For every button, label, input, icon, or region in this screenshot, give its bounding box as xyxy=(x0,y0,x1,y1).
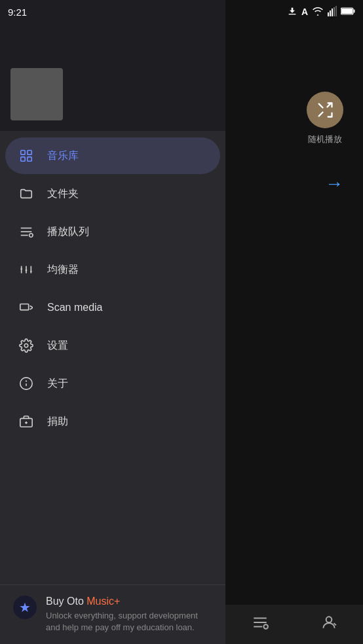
svg-point-13 xyxy=(29,234,33,238)
folder-icon xyxy=(18,186,34,202)
svg-rect-23 xyxy=(20,304,29,310)
about-label: 关于 xyxy=(47,377,68,391)
donate-label: 捐助 xyxy=(47,415,68,429)
settings-icon xyxy=(18,338,34,353)
promo-title: Buy Oto Music+ xyxy=(46,596,212,607)
main-panel: 随机播放 → xyxy=(225,0,363,644)
nav-item-equalizer[interactable]: 均衡器 xyxy=(5,251,220,288)
library-label: 音乐库 xyxy=(47,149,79,163)
svg-line-25 xyxy=(30,308,33,310)
queue-nav-icon[interactable] xyxy=(252,614,269,635)
promo-text: Buy Oto Music+ Unlock everything, suppor… xyxy=(46,596,212,634)
promo-description: Unlock everything, support development a… xyxy=(46,610,212,634)
library-icon xyxy=(18,148,34,164)
arrow-right[interactable]: → xyxy=(325,173,343,194)
svg-rect-42 xyxy=(341,9,353,14)
nav-item-scan[interactable]: Scan media xyxy=(5,289,220,326)
svg-rect-9 xyxy=(28,157,31,161)
profile-nav-icon[interactable] xyxy=(320,614,337,635)
status-icons: A xyxy=(287,6,355,18)
svg-point-27 xyxy=(24,344,28,348)
scan-label: Scan media xyxy=(47,302,103,313)
album-art xyxy=(10,68,63,120)
svg-rect-37 xyxy=(332,9,333,16)
svg-rect-41 xyxy=(354,9,355,12)
svg-point-22 xyxy=(30,270,32,272)
queue-label: 播放队列 xyxy=(47,225,89,239)
shuffle-label: 随机播放 xyxy=(308,134,342,145)
svg-point-21 xyxy=(26,270,28,272)
settings-label: 设置 xyxy=(47,339,68,353)
promo-title-prefix: Buy Oto xyxy=(46,596,86,607)
battery-icon xyxy=(341,7,355,17)
svg-rect-36 xyxy=(330,10,331,16)
nav-item-settings[interactable]: 设置 xyxy=(5,327,220,364)
folders-label: 文件夹 xyxy=(47,187,79,201)
status-bar: 9:21 A xyxy=(0,0,363,24)
nav-item-about[interactable]: 关于 xyxy=(5,365,220,402)
navigation-drawer: 音乐库 文件夹 播放队列 xyxy=(0,0,225,644)
svg-rect-35 xyxy=(328,12,329,16)
svg-rect-8 xyxy=(21,157,25,161)
svg-rect-34 xyxy=(289,14,296,14)
queue-icon xyxy=(18,224,34,240)
a-status-icon: A xyxy=(301,7,308,17)
svg-line-24 xyxy=(30,306,33,307)
shuffle-button[interactable] xyxy=(307,92,343,128)
svg-rect-7 xyxy=(28,151,31,154)
svg-point-4 xyxy=(326,617,332,622)
shuffle-area: 随机播放 xyxy=(307,92,343,145)
svg-rect-38 xyxy=(334,7,335,16)
promo-section[interactable]: ★ Buy Oto Music+ Unlock everything, supp… xyxy=(0,584,225,644)
equalizer-label: 均衡器 xyxy=(47,263,79,277)
svg-rect-39 xyxy=(335,6,337,16)
nav-item-library[interactable]: 音乐库 xyxy=(5,137,220,174)
promo-star-icon: ★ xyxy=(13,596,37,619)
nav-item-queue[interactable]: 播放队列 xyxy=(5,213,220,250)
nav-list: 音乐库 文件夹 播放队列 xyxy=(0,131,225,584)
download-status-icon xyxy=(287,6,297,18)
svg-rect-6 xyxy=(21,151,25,154)
wifi-icon xyxy=(312,6,324,18)
info-icon xyxy=(18,376,34,391)
equalizer-icon xyxy=(18,262,34,277)
status-time: 9:21 xyxy=(8,7,27,18)
svg-line-5 xyxy=(334,623,335,625)
promo-title-highlight: Music+ xyxy=(86,596,120,607)
scan-icon xyxy=(18,300,34,315)
bottom-nav-bar xyxy=(225,605,363,644)
nav-item-donate[interactable]: 捐助 xyxy=(5,403,220,440)
svg-point-20 xyxy=(20,268,22,270)
donate-icon xyxy=(18,414,34,429)
nav-item-folders[interactable]: 文件夹 xyxy=(5,175,220,212)
svg-point-3 xyxy=(263,624,268,629)
signal-icon xyxy=(328,6,337,18)
